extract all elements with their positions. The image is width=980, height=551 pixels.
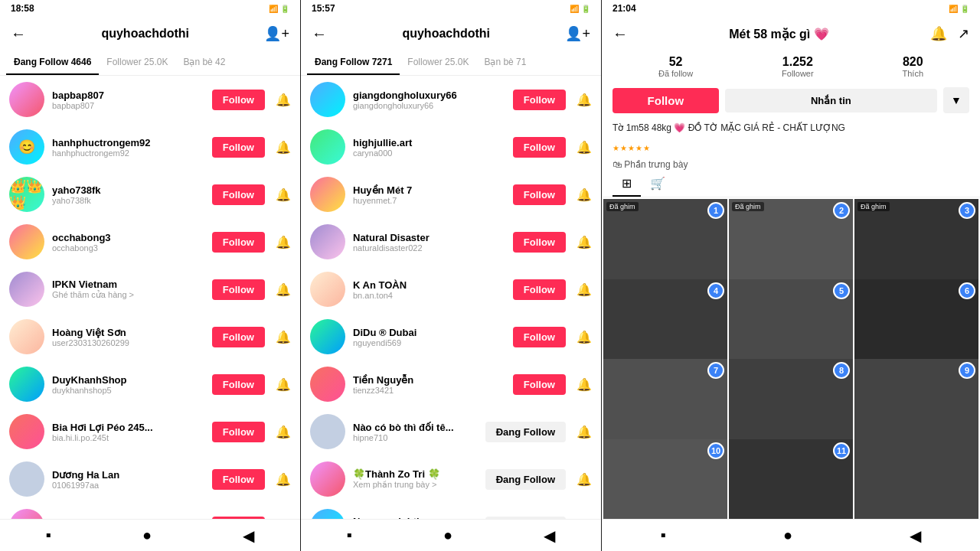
- follow-button[interactable]: Follow: [212, 137, 265, 158]
- follow-button[interactable]: Follow: [513, 184, 566, 205]
- bell-icon[interactable]: 🔔: [577, 187, 592, 202]
- bottom-triangle-1[interactable]: ◀: [243, 527, 254, 545]
- stars-icon: ★★★★★: [612, 144, 651, 152]
- follow-button[interactable]: Follow: [212, 184, 265, 205]
- follow-button[interactable]: Follow: [212, 90, 265, 110]
- bell-icon[interactable]: 🔔: [577, 377, 592, 392]
- avatar: [310, 367, 345, 402]
- bell-icon[interactable]: 🔔: [276, 377, 291, 392]
- tab-item[interactable]: Đang Follow 4646: [6, 51, 99, 75]
- follow-button[interactable]: Đang Follow: [485, 422, 566, 442]
- follow-button[interactable]: Follow: [513, 137, 566, 158]
- bell-icon[interactable]: 🔔: [577, 330, 592, 344]
- user-name: highjullie.art: [353, 137, 505, 148]
- follow-button[interactable]: Follow: [212, 279, 265, 300]
- profile-header-icons: 🔔 ↗: [930, 25, 969, 42]
- follow-item: highjullie.artcaryna000Follow🔔: [301, 123, 601, 171]
- follow-button[interactable]: Đang Follow: [485, 469, 566, 490]
- follow-item: Dương Ha Lan01061997aaFollow🔔: [0, 455, 300, 503]
- back-button-3[interactable]: ←: [612, 25, 628, 43]
- video-thumbnail[interactable]: ▶ 8610: [603, 439, 727, 520]
- tab-cart[interactable]: 🛒: [641, 171, 675, 197]
- follow-item: bapbap807bapbap807Follow🔔: [0, 76, 300, 123]
- bottom-bar-2: ▪ ● ◀: [301, 519, 601, 551]
- tab-item[interactable]: Bạn bè 71: [476, 51, 534, 75]
- back-button-1[interactable]: ←: [11, 25, 26, 43]
- back-button-2[interactable]: ←: [312, 25, 327, 43]
- bell-icon[interactable]: 🔔: [276, 140, 291, 155]
- bell-icon[interactable]: 🔔: [276, 472, 291, 487]
- bottom-triangle-2[interactable]: ◀: [544, 527, 555, 545]
- video-thumbnail[interactable]: ▶ 17311: [729, 439, 853, 520]
- user-info: Dương Ha Lan01061997aa: [52, 469, 204, 490]
- user-handle: huyenmet.7: [353, 196, 505, 205]
- notification-icon[interactable]: 🔔: [930, 25, 947, 42]
- bell-icon[interactable]: 🔔: [577, 472, 592, 487]
- follow-button[interactable]: Follow: [212, 469, 265, 490]
- bell-icon[interactable]: 🔔: [276, 187, 291, 202]
- time-2: 15:57: [312, 3, 335, 14]
- bell-icon[interactable]: 🔔: [276, 425, 291, 439]
- bottom-circle-2[interactable]: ●: [443, 527, 452, 544]
- tab-item[interactable]: Follower 25.0K: [99, 51, 175, 75]
- bell-icon[interactable]: 🔔: [577, 282, 592, 297]
- profile-title: Mét 58 mặc gì 💗: [729, 27, 828, 41]
- follow-button[interactable]: Follow: [612, 88, 719, 113]
- follow-list-1: bapbap807bapbap807Follow🔔😊hanhphuctronge…: [0, 76, 300, 519]
- avatar: [9, 319, 44, 354]
- status-bar-1: 18:58 📶 🔋: [0, 0, 300, 17]
- bottom-square-2[interactable]: ▪: [347, 527, 352, 544]
- avatar: [9, 82, 44, 117]
- profile-shop[interactable]: 🛍 Phần trưng bày: [602, 158, 980, 171]
- stat-number: 820: [903, 55, 924, 69]
- time-1: 18:58: [11, 3, 34, 14]
- bell-icon[interactable]: 🔔: [577, 140, 592, 155]
- message-button[interactable]: Nhắn tin: [725, 89, 937, 112]
- follow-item: K An TOÀNbn.an.ton4Follow🔔: [301, 266, 601, 313]
- bell-icon[interactable]: 🔔: [276, 235, 291, 249]
- add-user-button-2[interactable]: 👤+: [565, 25, 590, 42]
- bell-icon[interactable]: 🔔: [276, 282, 291, 297]
- user-info: Bia Hơi Lợi Péo 245...bia.hi.li.po.245t: [52, 422, 204, 442]
- user-handle: user2303130260299: [52, 338, 204, 347]
- bottom-triangle-3[interactable]: ◀: [910, 527, 921, 545]
- follow-button[interactable]: Follow: [212, 422, 265, 442]
- bottom-square-3[interactable]: ▪: [661, 527, 666, 544]
- tab-item[interactable]: Follower 25.0K: [400, 51, 476, 75]
- add-user-button-1[interactable]: 👤+: [264, 25, 289, 42]
- video-thumbnail[interactable]: ▶ 1559: [854, 359, 978, 519]
- follow-button[interactable]: Follow: [212, 232, 265, 253]
- time-3: 21:04: [612, 3, 636, 14]
- num-circle: 11: [833, 442, 850, 459]
- bell-icon[interactable]: 🔔: [276, 93, 291, 107]
- follow-button[interactable]: Follow: [212, 327, 265, 347]
- tab-item[interactable]: Bạn bè 42: [175, 51, 233, 75]
- bell-icon[interactable]: 🔔: [276, 330, 291, 344]
- follow-button[interactable]: Follow: [513, 327, 566, 347]
- user-info: Nào có bò thì đối tê...hipne710: [353, 422, 478, 442]
- follow-button[interactable]: Follow: [212, 374, 265, 395]
- bottom-square-1[interactable]: ▪: [46, 527, 51, 544]
- dropdown-button[interactable]: ▼: [943, 87, 969, 113]
- follow-item: occhabong3occhabong3Follow🔔: [0, 218, 300, 266]
- user-handle: naturaldisaster022: [353, 243, 505, 253]
- follow-item: Natural Disasternaturaldisaster022Follow…: [301, 218, 601, 266]
- follow-button[interactable]: Follow: [513, 374, 566, 395]
- user-name: Huyền Mét 7: [353, 184, 505, 196]
- bottom-circle-1[interactable]: ●: [142, 527, 152, 544]
- bottom-circle-3[interactable]: ●: [783, 527, 792, 544]
- avatar: [310, 177, 345, 212]
- bell-icon[interactable]: 🔔: [577, 425, 592, 439]
- bell-icon[interactable]: 🔔: [577, 235, 592, 249]
- follow-button[interactable]: Follow: [513, 90, 566, 110]
- user-handle: caryna000: [353, 148, 505, 158]
- follow-button[interactable]: Follow: [513, 232, 566, 253]
- tab-item[interactable]: Đang Follow 7271: [307, 51, 400, 75]
- tab-grid[interactable]: ⊞: [612, 171, 641, 197]
- user-name: Hoàng Việt Sơn: [52, 327, 204, 338]
- share-icon[interactable]: ↗: [958, 25, 969, 42]
- bell-icon[interactable]: 🔔: [577, 93, 592, 107]
- follow-button[interactable]: Follow: [513, 279, 566, 300]
- num-circle: 6: [959, 282, 975, 299]
- avatar: [9, 272, 44, 307]
